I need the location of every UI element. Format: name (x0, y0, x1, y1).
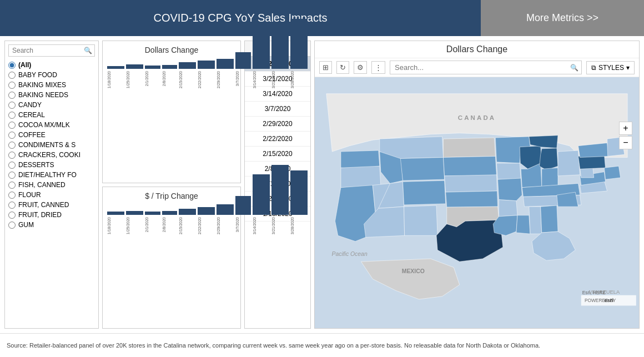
category-item-baking_needs[interactable]: BAKING NEEDS (8, 90, 95, 100)
category-radio-diet_healthy[interactable] (8, 172, 16, 179)
category-label-diet_healthy: DIET/HEALTHY FO (18, 171, 77, 179)
date-item[interactable]: 2/22/2020 (245, 132, 310, 147)
expand-button[interactable]: ⊞ (319, 61, 332, 74)
category-radio-desserts[interactable] (8, 162, 16, 169)
bar-col: 2/1/2020 (145, 212, 160, 237)
layers-icon: ⧉ (591, 64, 596, 72)
category-radio-candy[interactable] (8, 102, 16, 109)
refresh-button[interactable]: ↻ (336, 61, 349, 74)
category-item-fruit_canned[interactable]: FRUIT, CANNED (8, 200, 95, 210)
state-ga (541, 205, 558, 233)
canada-label: CANADA (458, 114, 496, 121)
category-item-gum[interactable]: GUM (8, 220, 95, 230)
category-radio-fruit_dried[interactable] (8, 212, 16, 219)
map-area: + − (315, 77, 639, 319)
category-radio-fish_canned[interactable] (8, 182, 16, 189)
category-item-fish_canned[interactable]: FISH, CANNED (8, 180, 95, 190)
category-item-desserts[interactable]: DESSERTS (8, 160, 95, 170)
map-toolbar: ⊞ ↻ ⚙ ⋮ 🔍 ⧉ STYLES ▾ (315, 58, 639, 77)
category-radio-gum[interactable] (8, 222, 16, 229)
bar (145, 66, 160, 69)
category-label-fish_canned: FISH, CANNED (18, 181, 66, 189)
bar-date-label: 1/18/2020 (107, 71, 127, 88)
bar (107, 212, 124, 214)
map-search-icon: 🔍 (570, 64, 578, 72)
state-ms (516, 215, 530, 234)
bar (217, 59, 234, 69)
state-co (403, 180, 446, 205)
bar-date-label: 2/29/2020 (217, 71, 237, 88)
category-radio-condiments[interactable] (8, 142, 16, 149)
bar-col: 1/18/2020 (107, 66, 124, 91)
bar (198, 61, 215, 69)
pacific-label: Pacific Ocean (331, 251, 367, 257)
category-radio-baking_mixes[interactable] (8, 82, 16, 89)
map-search-wrapper: 🔍 (390, 61, 582, 74)
more-button[interactable]: ⋮ (371, 61, 385, 74)
header-bar: COVID-19 CPG YoY Sales Impacts More Metr… (0, 0, 644, 36)
category-item-baking_mixes[interactable]: BAKING MIXES (8, 80, 95, 90)
category-item-fruit_dried[interactable]: FRUIT, DRIED (8, 210, 95, 220)
category-item-flour[interactable]: FLOUR (8, 190, 95, 200)
state-nd (444, 138, 496, 157)
category-label-crackers: CRACKERS, COOKI (18, 151, 80, 159)
category-radio-cereal[interactable] (8, 112, 16, 119)
category-label-coffee: COFFEE (18, 131, 46, 139)
bar-col: 2/8/2020 (162, 211, 177, 237)
map-search-input[interactable] (390, 61, 582, 74)
bar (179, 62, 196, 69)
bar-date-label: 1/25/2020 (126, 217, 146, 234)
settings-button[interactable]: ⚙ (354, 61, 367, 74)
bar-col: 2/8/2020 (162, 65, 177, 91)
category-search-input[interactable] (8, 44, 95, 57)
more-metrics-button[interactable]: More Metrics >> (481, 0, 644, 36)
category-item-condiments[interactable]: CONDIMENTS & S (8, 140, 95, 150)
bar-date-label: 3/21/2020 (271, 217, 291, 234)
bar-date-label: 3/14/2020 (253, 217, 273, 234)
bar-date-label: 2/15/2020 (179, 71, 199, 88)
styles-button[interactable]: ⧉ STYLES ▾ (586, 61, 635, 74)
bar (253, 174, 270, 215)
date-item[interactable]: 2/15/2020 (245, 147, 310, 162)
bar (198, 207, 215, 214)
category-radio-crackers[interactable] (8, 152, 16, 159)
bar (126, 64, 143, 69)
state-or (341, 166, 381, 188)
category-item-candy[interactable]: CANDY (8, 100, 95, 110)
date-item[interactable]: 3/7/2020 (245, 102, 310, 117)
bar (290, 170, 308, 214)
category-radio-fruit_canned[interactable] (8, 202, 16, 209)
state-mid-atlantic (604, 166, 620, 179)
category-label-fruit_dried: FRUIT, DRIED (18, 211, 62, 219)
category-item-coffee[interactable]: COFFEE (8, 130, 95, 140)
esri-here-label: Esri, HERE (582, 290, 606, 295)
bar-col: 1/25/2020 (126, 64, 143, 91)
zoom-out-button[interactable]: − (619, 136, 632, 149)
date-item[interactable]: 2/29/2020 (245, 117, 310, 132)
category-item-baby_food[interactable]: BABY FOOD (8, 70, 95, 80)
category-item-crackers[interactable]: CRACKERS, COOKI (8, 150, 95, 160)
bar-col: 1/18/2020 (107, 212, 124, 237)
bar (290, 19, 308, 69)
category-radio-cocoa[interactable] (8, 122, 16, 129)
category-radio-baby_food[interactable] (8, 72, 16, 79)
category-label-candy: CANDY (18, 101, 42, 109)
bar-col: 2/29/2020 (217, 59, 234, 91)
category-radio-baking_needs[interactable] (8, 92, 16, 99)
mexico-label: MEXICO (402, 268, 425, 274)
category-radio-coffee[interactable] (8, 132, 16, 139)
category-item-cocoa[interactable]: COCOA MX/MLK (8, 120, 95, 130)
category-radio-all[interactable] (8, 62, 16, 69)
category-item-cereal[interactable]: CEREAL (8, 110, 95, 120)
bar (271, 165, 289, 215)
search-icon: 🔍 (84, 47, 92, 54)
bar-date-label: 3/14/2020 (253, 71, 273, 88)
zoom-in-button[interactable]: + (619, 122, 632, 135)
category-radio-flour[interactable] (8, 192, 16, 199)
state-nm (404, 205, 437, 235)
category-item-all[interactable]: (All) (8, 60, 95, 70)
category-label-all: (All) (18, 61, 31, 69)
category-item-diet_healthy[interactable]: DIET/HEALTHY FO (8, 170, 95, 180)
bar-date-label: 3/28/2020 (290, 217, 310, 234)
bar-col: 3/28/2020 (290, 170, 308, 237)
